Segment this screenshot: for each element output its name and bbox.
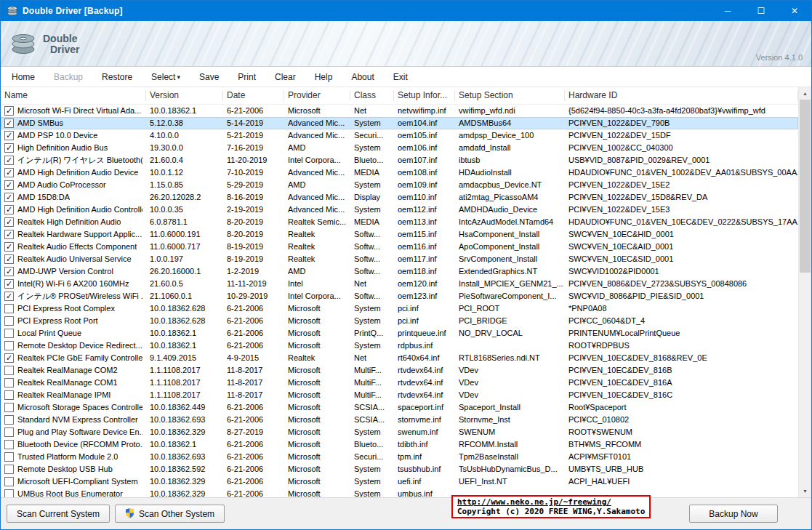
row-checkbox[interactable] — [4, 477, 14, 486]
table-row[interactable]: Realtek RealManage COM21.1.1108.201711-8… — [1, 364, 798, 377]
backup-now-button[interactable]: Backup Now — [689, 505, 778, 523]
row-checkbox[interactable]: ✓ — [4, 279, 14, 289]
row-checkbox[interactable] — [4, 465, 14, 474]
row-checkbox[interactable] — [4, 316, 14, 326]
menu-item-clear[interactable]: Clear — [265, 67, 305, 87]
column-header-name[interactable]: Name — [1, 90, 146, 101]
vertical-scrollbar[interactable]: ▲ ▼ — [798, 87, 811, 497]
scroll-down-icon[interactable]: ▼ — [799, 485, 811, 497]
row-checkbox[interactable]: ✓ — [4, 106, 14, 116]
row-checkbox[interactable] — [4, 489, 14, 497]
column-header-hardware-id[interactable]: Hardware ID — [565, 90, 798, 101]
table-row[interactable]: ✓Realtek PCIe GbE Family Controller9.1.4… — [1, 352, 798, 364]
table-row[interactable]: ✓AMD 15D8:DA26.20.12028.28-16-2019Advanc… — [1, 191, 798, 204]
menu-item-exit[interactable]: Exit — [384, 67, 417, 87]
scan-current-system-button[interactable]: Scan Current System — [7, 505, 110, 523]
column-header-date[interactable]: Date — [223, 90, 284, 101]
table-row[interactable]: ✓AMD Audio CoProcessor1.15.0.855-29-2019… — [1, 179, 798, 191]
table-row[interactable]: Trusted Platform Module 2.010.0.18362.69… — [1, 451, 798, 463]
row-checkbox[interactable]: ✓ — [4, 180, 14, 190]
table-row[interactable]: ✓Realtek High Definition Audio6.0.8781.1… — [1, 216, 798, 228]
menu-item-restore[interactable]: Restore — [92, 67, 142, 87]
row-checkbox[interactable] — [4, 341, 14, 350]
table-row[interactable]: PCI Express Root Port10.0.18362.6286-21-… — [1, 315, 798, 327]
column-header-class[interactable]: Class — [350, 90, 394, 101]
row-checkbox[interactable]: ✓ — [4, 292, 14, 301]
table-row[interactable]: ✓AMD High Definition Audio Controller10.… — [1, 204, 798, 216]
scrollbar-thumb[interactable] — [800, 100, 811, 273]
row-checkbox[interactable]: ✓ — [4, 353, 14, 363]
table-row[interactable]: Realtek RealManage IPMI1.1.1108.201711-8… — [1, 389, 798, 401]
table-row[interactable]: Microsoft UEFI-Compliant System10.0.1836… — [1, 475, 798, 488]
cell-hardware-id: PCI¥VEN_8086&DEV_2723&SUBSYS_00848086 — [565, 278, 798, 290]
table-row[interactable]: Standard NVM Express Controller10.0.1836… — [1, 414, 798, 426]
table-row[interactable]: ✓インテル® PROSet/Wireless WiFi ...21.1060.0… — [1, 290, 798, 302]
table-row[interactable]: ✓Realtek Hardware Support Applic...11.0.… — [1, 228, 798, 241]
table-row[interactable]: Realtek RealManage COM11.1.1108.201711-8… — [1, 377, 798, 389]
menu-item-about[interactable]: About — [342, 67, 383, 87]
cell-setup-section: Tpm2BaseInstall — [455, 451, 565, 463]
table-row[interactable]: UMBus Root Bus Enumerator10.0.18362.3296… — [1, 488, 798, 497]
table-row[interactable]: ✓High Definition Audio Bus19.30.0.07-16-… — [1, 142, 798, 154]
table-row[interactable]: ✓Realtek Audio Universal Service1.0.0.19… — [1, 253, 798, 265]
row-checkbox[interactable] — [4, 304, 14, 313]
dropdown-caret-icon[interactable]: ▾ — [177, 73, 180, 81]
row-checkbox[interactable] — [4, 403, 14, 412]
row-checkbox[interactable]: ✓ — [4, 205, 14, 214]
scroll-up-icon[interactable]: ▲ — [799, 87, 811, 100]
menu-item-print[interactable]: Print — [228, 67, 265, 87]
table-row[interactable]: ✓Microsoft Wi-Fi Direct Virtual Ada...10… — [1, 105, 798, 117]
table-row[interactable]: Remote Desktop USB Hub10.0.18362.5926-21… — [1, 463, 798, 475]
row-checkbox[interactable] — [4, 378, 14, 388]
table-row[interactable]: Plug and Play Software Device En...10.0.… — [1, 426, 798, 438]
row-checkbox[interactable] — [4, 452, 14, 462]
table-row[interactable]: Microsoft Storage Spaces Controller10.0.… — [1, 401, 798, 414]
table-row[interactable]: ✓Intel(R) Wi-Fi 6 AX200 160MHz21.60.0.51… — [1, 278, 798, 290]
row-checkbox[interactable] — [4, 440, 14, 449]
close-button[interactable]: ✕ — [778, 1, 811, 21]
row-checkbox[interactable]: ✓ — [4, 119, 14, 128]
row-checkbox[interactable]: ✓ — [4, 267, 14, 276]
cell-date: 2-19-2019 — [223, 204, 284, 216]
row-checkbox[interactable]: ✓ — [4, 156, 14, 165]
minimize-button[interactable]: ─ — [711, 1, 744, 21]
cell-name: ✓Microsoft Wi-Fi Direct Virtual Ada... — [1, 105, 146, 117]
table-row[interactable]: ✓AMD-UWP Version Control26.20.16000.11-2… — [1, 265, 798, 278]
column-header-provider[interactable]: Provider — [284, 90, 350, 101]
menu-item-save[interactable]: Save — [190, 67, 228, 87]
row-checkbox[interactable] — [4, 329, 14, 338]
row-checkbox[interactable]: ✓ — [4, 217, 14, 227]
column-header-setup-section[interactable]: Setup Section — [455, 90, 565, 101]
row-checkbox[interactable]: ✓ — [4, 230, 14, 239]
menu-item-help[interactable]: Help — [305, 67, 342, 87]
row-checkbox[interactable]: ✓ — [4, 193, 14, 202]
row-checkbox[interactable]: ✓ — [4, 242, 14, 252]
table-row[interactable]: ✓インテル(R) ワイヤレス Bluetooth(R)21.60.0.411-2… — [1, 154, 798, 166]
cell-setup-inf: rtvdevx64.inf — [394, 389, 455, 401]
menu-item-home[interactable]: Home — [2, 67, 44, 87]
table-row[interactable]: ✓AMD SMBus5.12.0.385-14-2019Advanced Mic… — [1, 117, 798, 129]
device-name: Realtek High Definition Audio — [17, 216, 121, 228]
table-row[interactable]: Remote Desktop Device Redirect...10.0.18… — [1, 340, 798, 352]
table-row[interactable]: ✓AMD PSP 10.0 Device4.10.0.05-21-2019Adv… — [1, 129, 798, 142]
column-header-setup-infor[interactable]: Setup Infor... — [394, 90, 455, 101]
column-header-version[interactable]: Version — [146, 90, 223, 101]
row-checkbox[interactable]: ✓ — [4, 131, 14, 140]
scan-other-system-button[interactable]: Scan Other System — [115, 505, 225, 523]
cell-hardware-id: ROOT¥RDPBUS — [565, 340, 798, 352]
table-row[interactable]: ✓AMD High Definition Audio Device10.0.1.… — [1, 166, 798, 179]
table-row[interactable]: PCI Express Root Complex10.0.18362.6286-… — [1, 302, 798, 315]
table-row[interactable]: ✓Realtek Audio Effects Component11.0.600… — [1, 241, 798, 253]
row-checkbox[interactable] — [4, 427, 14, 437]
row-checkbox[interactable]: ✓ — [4, 254, 14, 264]
row-checkbox[interactable]: ✓ — [4, 143, 14, 153]
row-checkbox[interactable]: ✓ — [4, 168, 14, 177]
maximize-button[interactable]: ☐ — [744, 1, 778, 21]
menu-item-select[interactable]: Select▾ — [142, 67, 190, 87]
table-row[interactable]: Local Print Queue10.0.18362.16-21-2006Mi… — [1, 327, 798, 340]
credit-url-link[interactable]: http://www.neko.ne.jp/~freewing/ — [457, 497, 645, 507]
row-checkbox[interactable] — [4, 390, 14, 400]
table-row[interactable]: Bluetooth Device (RFCOMM Proto...10.0.18… — [1, 438, 798, 451]
row-checkbox[interactable] — [4, 366, 14, 375]
row-checkbox[interactable] — [4, 415, 14, 425]
